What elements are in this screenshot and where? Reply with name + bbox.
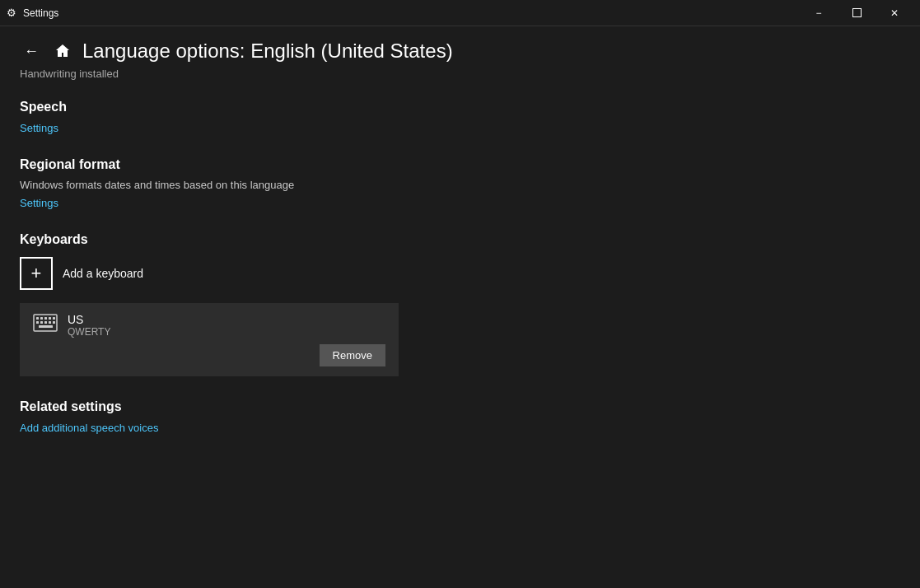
related-settings-title: Related settings bbox=[20, 399, 900, 414]
keyboard-icon bbox=[33, 314, 58, 337]
regional-format-title: Regional format bbox=[20, 157, 900, 172]
related-settings-section: Related settings Add additional speech v… bbox=[20, 399, 900, 434]
svg-rect-7 bbox=[36, 321, 39, 324]
add-keyboard-button[interactable]: + Add a keyboard bbox=[20, 254, 143, 293]
home-button[interactable] bbox=[53, 41, 72, 61]
regional-settings-link[interactable]: Settings bbox=[20, 197, 58, 209]
speech-settings-link[interactable]: Settings bbox=[20, 122, 58, 134]
keyboard-type: QWERTY bbox=[68, 326, 110, 338]
title-bar: ⚙ Settings − ✕ bbox=[0, 0, 920, 26]
keyboards-section-title: Keyboards bbox=[20, 232, 900, 247]
title-bar-left: ⚙ Settings bbox=[7, 7, 58, 19]
title-bar-controls: − ✕ bbox=[800, 0, 913, 26]
keyboard-name: US bbox=[68, 313, 110, 326]
svg-rect-12 bbox=[39, 325, 53, 328]
minimize-button[interactable]: − bbox=[800, 0, 838, 26]
regional-format-description: Windows formats dates and times based on… bbox=[20, 179, 900, 191]
svg-rect-6 bbox=[53, 317, 55, 320]
svg-rect-5 bbox=[49, 317, 51, 320]
page-header: ← Language options: English (United Stat… bbox=[20, 40, 900, 63]
speech-section-title: Speech bbox=[20, 100, 900, 114]
keyboard-item-footer: Remove bbox=[33, 344, 385, 366]
svg-rect-0 bbox=[852, 9, 861, 17]
title-bar-title: Settings bbox=[23, 7, 58, 19]
svg-rect-10 bbox=[49, 321, 51, 324]
svg-rect-2 bbox=[36, 317, 39, 320]
keyboard-item-header: US QWERTY bbox=[33, 313, 385, 338]
keyboards-section: Keyboards + Add a keyboard bbox=[20, 232, 900, 376]
keyboard-item: US QWERTY Remove bbox=[20, 303, 399, 376]
back-button[interactable]: ← bbox=[20, 40, 43, 63]
close-button[interactable]: ✕ bbox=[876, 0, 913, 26]
settings-icon: ⚙ bbox=[7, 7, 16, 19]
svg-rect-3 bbox=[40, 317, 43, 320]
content-area: ← Language options: English (United Stat… bbox=[0, 26, 920, 588]
add-keyboard-label: Add a keyboard bbox=[63, 267, 143, 280]
add-speech-voices-link[interactable]: Add additional speech voices bbox=[20, 422, 158, 434]
speech-section: Speech Settings bbox=[20, 100, 900, 134]
keyboard-info: US QWERTY bbox=[68, 313, 110, 338]
svg-rect-11 bbox=[53, 321, 55, 324]
svg-rect-8 bbox=[40, 321, 43, 324]
add-keyboard-icon: + bbox=[20, 257, 53, 290]
svg-rect-4 bbox=[44, 317, 47, 320]
remove-keyboard-button[interactable]: Remove bbox=[320, 344, 385, 366]
regional-format-section: Regional format Windows formats dates an… bbox=[20, 157, 900, 209]
page-title: Language options: English (United States… bbox=[82, 40, 453, 63]
svg-rect-9 bbox=[44, 321, 47, 324]
page-subtitle: Handwriting installed bbox=[20, 68, 900, 80]
maximize-button[interactable] bbox=[838, 0, 876, 26]
